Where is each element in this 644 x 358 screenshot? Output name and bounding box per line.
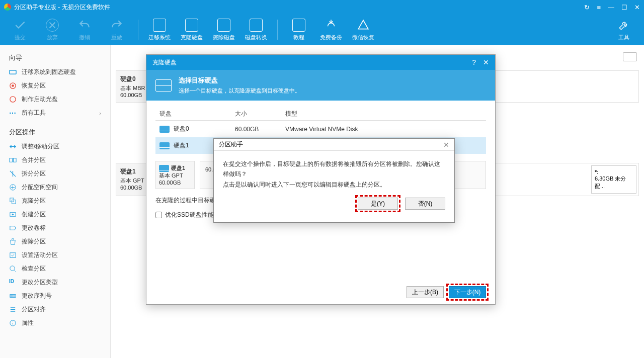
- wipe-disk-button[interactable]: 擦除磁盘: [208, 19, 240, 41]
- svg-point-2: [12, 84, 14, 87]
- maximize-button[interactable]: ☐: [621, 4, 627, 11]
- sidebar-item-split[interactable]: 拆分分区: [0, 167, 110, 181]
- no-button[interactable]: 否(N): [405, 198, 445, 210]
- yes-button[interactable]: 是(Y): [358, 198, 398, 210]
- disk-icon: [155, 79, 172, 92]
- sidebar-item-clone-part[interactable]: 克隆分区: [0, 194, 110, 208]
- partition-unallocated[interactable]: *: 6.30GB 未分配...: [591, 165, 636, 194]
- disk-icon: [159, 126, 170, 133]
- disk-icon: [159, 142, 170, 149]
- confirm-title: 分区助手: [219, 140, 243, 149]
- svg-rect-0: [10, 70, 16, 74]
- sidebar-item-recover[interactable]: 恢复分区: [0, 79, 110, 93]
- tutorial-button[interactable]: 教程: [283, 19, 315, 41]
- dialog-header-title: 选择目标硬盘: [179, 76, 300, 85]
- sidebar-item-serial[interactable]: 更改序列号: [0, 289, 110, 303]
- sidebar-ops-header: 分区操作: [0, 125, 110, 140]
- sidebar-item-props[interactable]: 属性: [0, 316, 110, 330]
- backup-button[interactable]: 免费备份: [315, 19, 347, 41]
- back-button[interactable]: 上一步(B): [407, 286, 444, 298]
- sidebar-item-check[interactable]: 检查分区: [0, 262, 110, 276]
- undo-button[interactable]: 撤销: [68, 19, 101, 41]
- sidebar-item-active[interactable]: 设置活动分区: [0, 248, 110, 262]
- discard-button[interactable]: 放弃: [36, 19, 68, 41]
- sidebar-item-label[interactable]: 更改卷标: [0, 221, 110, 235]
- sidebar-item-migrate-ssd[interactable]: 迁移系统到固态硬盘: [0, 65, 110, 79]
- clone-disk-button[interactable]: 克隆硬盘: [176, 19, 208, 41]
- sidebar-item-wipe-part[interactable]: 擦除分区: [0, 235, 110, 248]
- svg-point-11: [10, 266, 15, 271]
- wechat-recover-button[interactable]: 微信恢复: [347, 19, 379, 41]
- next-button[interactable]: 下一步(N): [449, 286, 486, 298]
- sidebar-item-create[interactable]: 创建分区: [0, 208, 110, 221]
- confirm-line1: 在提交这个操作后，目标硬盘上的所有数据将被摧毁所有分区将被删除。您确认这样做吗？: [223, 159, 445, 180]
- sidebar-item-type[interactable]: ID更改分区类型: [0, 276, 110, 289]
- chevron-right-icon: ›: [99, 110, 101, 116]
- migrate-button[interactable]: 迁移系统: [143, 19, 176, 41]
- redo-button[interactable]: 重做: [101, 19, 133, 41]
- refresh-icon[interactable]: ↻: [584, 4, 590, 11]
- ssd-checkbox-input[interactable]: [155, 212, 162, 218]
- app-logo: [4, 4, 11, 11]
- target-disk-card: 硬盘1 基本 GPT 60.00GB: [155, 161, 195, 189]
- confirm-dialog: 分区助手 ✕ 在提交这个操作后，目标硬盘上的所有数据将被摧毁所有分区将被删除。您…: [213, 138, 455, 223]
- sidebar-item-allocate[interactable]: 分配空闲空间: [0, 181, 110, 194]
- convert-disk-button[interactable]: 磁盘转换: [240, 19, 272, 41]
- sidebar-item-all-tools[interactable]: ⋯所有工具›: [0, 106, 110, 120]
- sidebar-wizard-header: 向导: [0, 50, 110, 65]
- sidebar-item-merge[interactable]: 合并分区: [0, 153, 110, 167]
- svg-rect-4: [10, 158, 13, 162]
- close-button[interactable]: ✕: [634, 4, 640, 11]
- view-toggle[interactable]: [623, 52, 637, 61]
- window-title: 分区助手专业版 - 无损分区免费软件: [14, 3, 110, 12]
- commit-button[interactable]: 提交: [4, 19, 36, 41]
- sidebar-item-align[interactable]: 分区对齐: [0, 303, 110, 316]
- disk-table-header: 硬盘 大小 模型: [155, 108, 486, 121]
- disk-row-0[interactable]: 硬盘0 60.00GB VMware Virtual NVMe Disk: [155, 121, 486, 137]
- menu-icon[interactable]: ≡: [597, 4, 601, 11]
- dialog-header-sub: 选择一个目标硬盘，以克隆源硬盘到目标硬盘中。: [179, 87, 300, 95]
- dialog-help-icon[interactable]: ?: [472, 58, 476, 66]
- sidebar-item-bootdisc[interactable]: 制作启动光盘: [0, 93, 110, 106]
- minimize-button[interactable]: —: [608, 4, 614, 11]
- svg-rect-10: [10, 253, 16, 257]
- tools-button[interactable]: 工具: [608, 19, 640, 41]
- confirm-close-icon[interactable]: ✕: [443, 141, 449, 149]
- dialog-close-icon[interactable]: ✕: [483, 58, 489, 66]
- sidebar-item-resize[interactable]: 调整/移动分区: [0, 140, 110, 153]
- svg-point-3: [10, 97, 16, 102]
- svg-rect-5: [13, 158, 16, 162]
- confirm-line2: 点击是以确认同时进入下一页您可以编辑目标硬盘上的分区。: [223, 180, 445, 190]
- dialog-title: 克隆硬盘: [152, 58, 177, 67]
